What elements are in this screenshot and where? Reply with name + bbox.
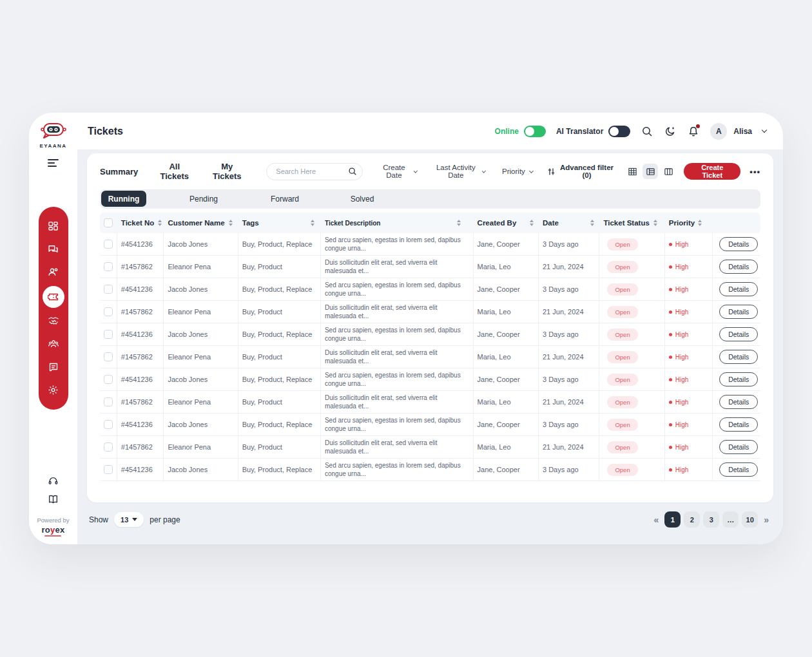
dark-mode-moon-icon[interactable] <box>664 125 677 138</box>
row-checkbox[interactable] <box>104 352 113 361</box>
search-submit-icon[interactable] <box>348 167 357 176</box>
grid-view-icon[interactable] <box>624 164 640 179</box>
col-header-ticket-no[interactable]: Ticket No <box>117 219 164 227</box>
cell-customer-name: Jacob Jones <box>164 459 238 481</box>
sort-icon <box>590 220 594 226</box>
row-checkbox[interactable] <box>104 443 113 452</box>
table-row: #1457862 Eleanor Pena Buy, Product Duis … <box>100 256 760 278</box>
cell-priority: High <box>675 421 689 428</box>
online-toggle[interactable] <box>524 126 546 137</box>
details-button[interactable]: Details <box>719 282 758 296</box>
details-button[interactable]: Details <box>719 305 758 319</box>
status-badge: Open <box>607 464 637 476</box>
cell-tags: Buy, Product, Replace <box>238 459 321 481</box>
details-button[interactable]: Details <box>719 350 758 364</box>
pagination-page-button[interactable]: … <box>722 511 739 528</box>
search-icon[interactable] <box>641 125 653 138</box>
pagination-next-button[interactable]: » <box>761 515 771 525</box>
cell-created-by: Maria, Leo <box>474 256 539 278</box>
pagination-page-button[interactable]: 10 <box>742 511 758 528</box>
sidebar-item-deals[interactable] <box>44 311 63 330</box>
sidebar-item-teams[interactable] <box>44 334 63 354</box>
cell-date: 21 Jun, 2024 <box>539 346 599 368</box>
toolbar-tab[interactable]: Summary <box>100 162 138 181</box>
view-switch <box>624 164 676 179</box>
status-tab[interactable]: Forward <box>244 189 325 209</box>
row-checkbox[interactable] <box>104 375 113 384</box>
col-header-created-by[interactable]: Created By <box>474 219 539 227</box>
pagination-prev-button[interactable]: « <box>651 515 661 525</box>
cell-date: 3 Days ago <box>539 278 599 300</box>
details-button[interactable]: Details <box>719 237 758 251</box>
filter-dropdown[interactable]: Priority <box>502 164 533 179</box>
details-button[interactable]: Details <box>719 417 758 432</box>
cell-ticket-no: #1457862 <box>117 301 164 323</box>
filter-dropdown[interactable]: Last Activity Date <box>434 164 485 179</box>
details-button[interactable]: Details <box>719 440 758 454</box>
advanced-filter-button[interactable]: Advanced filter (0) <box>547 164 614 179</box>
row-checkbox[interactable] <box>104 307 113 316</box>
status-tab[interactable]: Running <box>101 191 146 207</box>
menu-toggle-icon[interactable] <box>48 159 59 167</box>
sidebar-item-conversations[interactable] <box>44 240 63 259</box>
col-header-priority[interactable]: Priority <box>665 219 713 227</box>
status-tab[interactable]: Solved <box>322 189 403 209</box>
sidebar-item-reports[interactable] <box>44 357 63 377</box>
cell-date: 21 Jun, 2024 <box>539 256 599 278</box>
col-header-date[interactable]: Date <box>539 219 599 227</box>
handshake-icon <box>48 315 59 327</box>
toolbar-tab[interactable]: My Tickets <box>211 162 243 181</box>
col-header-ticket-status[interactable]: Ticket Status <box>599 219 664 227</box>
status-badge: Open <box>607 374 637 386</box>
row-checkbox[interactable] <box>104 465 113 474</box>
support-headset-icon[interactable] <box>46 474 60 488</box>
tickets-table: Ticket No Customer Name Tags Ticket Desc… <box>100 213 760 481</box>
row-checkbox[interactable] <box>104 240 113 249</box>
details-button[interactable]: Details <box>719 395 758 409</box>
user-menu-chevron-icon[interactable] <box>762 128 767 133</box>
toolbar-tab[interactable]: All Tickets <box>159 162 190 181</box>
priority-dot-icon <box>669 333 672 336</box>
row-checkbox[interactable] <box>104 420 113 429</box>
page-size-select[interactable]: 13 <box>114 512 144 527</box>
view-tabs: SummaryAll TicketsMy Tickets <box>100 162 243 181</box>
docs-book-icon[interactable] <box>46 492 60 506</box>
col-header-description[interactable]: Ticket Description <box>321 219 474 227</box>
notifications-bell-icon[interactable] <box>687 125 700 138</box>
details-button[interactable]: Details <box>719 372 758 386</box>
cell-ticket-no: #4541236 <box>117 278 164 300</box>
table-row: #4541236 Jacob Jones Buy, Product, Repla… <box>100 459 760 481</box>
sidebar-item-dashboard[interactable] <box>44 216 63 236</box>
pagination-page-button[interactable]: 1 <box>664 511 681 528</box>
columns-view-icon[interactable] <box>661 164 676 179</box>
details-button[interactable]: Details <box>719 260 758 274</box>
sidebar-item-tickets[interactable] <box>43 286 64 308</box>
filter-dropdown[interactable]: Create Date <box>378 164 416 179</box>
search-box <box>266 163 363 180</box>
details-button[interactable]: Details <box>719 462 758 477</box>
row-checkbox[interactable] <box>104 285 113 294</box>
col-header-customer-name[interactable]: Customer Name <box>164 219 238 227</box>
row-checkbox[interactable] <box>104 262 113 271</box>
pagination-page-button[interactable]: 3 <box>703 511 719 528</box>
row-checkbox[interactable] <box>104 397 113 406</box>
chevron-down-icon <box>413 169 417 173</box>
details-button[interactable]: Details <box>719 327 758 341</box>
create-ticket-button[interactable]: Create Ticket <box>684 163 740 180</box>
sidebar-item-settings[interactable] <box>44 381 63 400</box>
pagination-page-button[interactable]: 2 <box>684 511 700 528</box>
col-header-tags[interactable]: Tags <box>238 219 321 227</box>
more-options-button[interactable]: ••• <box>749 167 760 176</box>
cell-customer-name: Eleanor Pena <box>164 301 238 323</box>
select-all-checkbox[interactable] <box>104 218 113 227</box>
status-badge: Open <box>607 351 637 363</box>
table-view-icon[interactable] <box>643 164 658 179</box>
cell-tags: Buy, Product, Replace <box>238 414 321 435</box>
status-tab[interactable]: Pending <box>163 189 244 209</box>
cell-ticket-no: #1457862 <box>117 436 164 458</box>
ai-translator-toggle[interactable] <box>608 126 630 137</box>
avatar[interactable]: A <box>710 123 727 140</box>
sidebar-item-agents[interactable] <box>44 263 63 282</box>
row-checkbox[interactable] <box>104 330 113 339</box>
cell-created-by: Jane, Cooper <box>474 368 539 390</box>
